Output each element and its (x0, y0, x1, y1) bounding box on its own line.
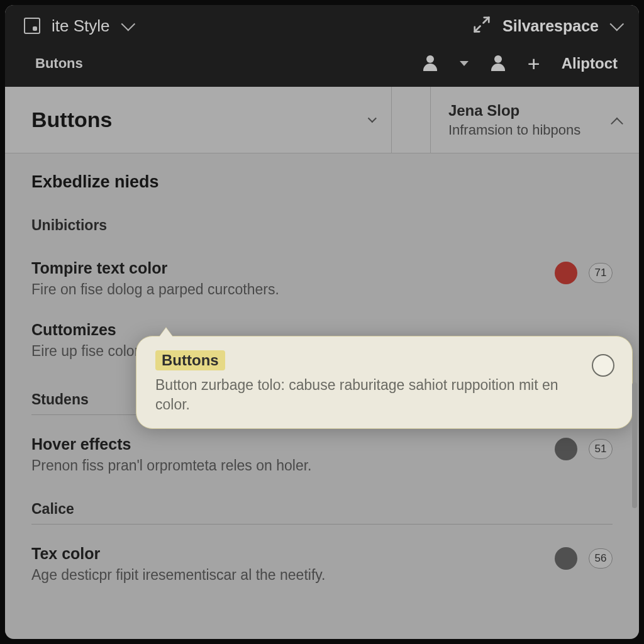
setting-desc: Age desticpr fipit iresementiscar al the… (31, 567, 325, 584)
tooltip-callout: Buttons Button zurbage tolo: cabuse rabu… (136, 336, 633, 429)
setting-title: Hover effects (31, 435, 311, 453)
chevron-up-icon[interactable] (611, 117, 623, 130)
setting-row-texcolor: Tex color Age desticpr fipit iresementis… (31, 537, 613, 587)
titlebar-divider (392, 87, 431, 153)
app-logo-icon (24, 18, 40, 34)
value-pill[interactable]: 56 (589, 548, 613, 569)
setting-desc: Prenon fiss pran'l orpromteta reles on h… (31, 457, 311, 474)
side-title: Jena Slop (448, 102, 580, 119)
topbar: ite Style Silvarespace (5, 5, 639, 44)
callout-radio[interactable] (592, 354, 614, 377)
chevron-down-icon[interactable] (610, 17, 625, 31)
scrollbar-thumb[interactable] (632, 382, 637, 508)
scrollbar[interactable] (630, 382, 639, 546)
titlebar-right: Jena Slop Inframsion to hibpons (431, 87, 639, 153)
settings-panel: ite Style Silvarespace Butons + Aliptoct (5, 5, 639, 639)
caret-down-icon[interactable] (460, 61, 469, 66)
brand-dropdown-label: Silvarespace (502, 17, 599, 35)
titlebar-left: Buttons (5, 87, 392, 153)
setting-desc: Eire up fise color (31, 343, 139, 360)
user-icon[interactable] (490, 55, 506, 72)
divider (31, 524, 613, 525)
value-pill[interactable]: 71 (589, 263, 613, 283)
color-swatch[interactable] (555, 547, 577, 570)
setting-title: Tompire text color (31, 259, 279, 277)
group-label: Calice (31, 501, 613, 518)
color-swatch[interactable] (555, 438, 577, 460)
plus-icon[interactable]: + (528, 53, 540, 74)
topbar-right: Silvarespace (472, 15, 620, 36)
titlebar: Buttons Jena Slop Inframsion to hibpons (5, 87, 639, 153)
account-label[interactable]: Aliptoct (562, 55, 618, 72)
setting-desc: Fire on fise dolog a parped curcothers. (31, 281, 279, 298)
group-label: Unibictiors (31, 217, 613, 234)
setting-row-tompire: Tompire text color Fire on fise dolog a … (31, 252, 613, 313)
page-title: Buttons (31, 108, 112, 132)
setting-title: Tex color (31, 545, 325, 563)
setting-title: Cuttomizes (31, 321, 139, 339)
site-style-dropdown-label: ite Style (52, 16, 110, 36)
subbar: Butons + Aliptoct (5, 44, 639, 87)
expand-icon[interactable] (472, 15, 491, 36)
side-subtitle: Inframsion to hibpons (448, 122, 580, 138)
breadcrumb[interactable]: Butons (35, 55, 83, 72)
section-heading: Exbedlize nieds (31, 172, 613, 192)
setting-row-hover: Hover effects Prenon fiss pran'l orpromt… (31, 428, 613, 489)
chevron-down-icon[interactable] (121, 17, 135, 31)
callout-desc: Button zurbage tolo: cabuse raburitage s… (155, 375, 579, 414)
chevron-down-icon[interactable] (368, 114, 377, 123)
topbar-left: ite Style (24, 16, 131, 36)
callout-title: Buttons (155, 350, 225, 370)
subbar-actions: + Aliptoct (422, 53, 618, 74)
color-swatch[interactable] (555, 262, 577, 284)
user-icon[interactable] (422, 55, 438, 72)
value-pill[interactable]: 51 (589, 439, 613, 459)
